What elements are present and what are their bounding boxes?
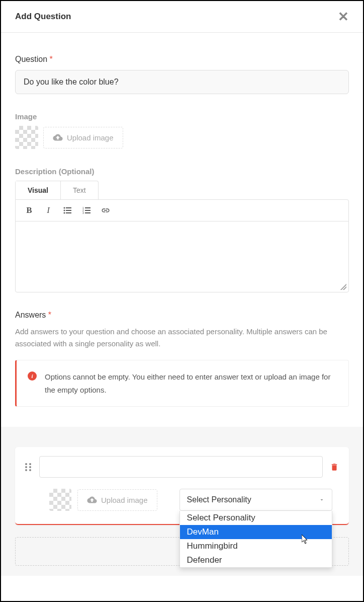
svg-point-4: [64, 212, 65, 214]
dropdown-option-hummingbird[interactable]: Hummingbird: [180, 539, 332, 553]
image-thumbnail[interactable]: [15, 126, 38, 149]
svg-rect-7: [85, 207, 90, 208]
question-label: Question *: [15, 55, 349, 64]
delete-answer-button[interactable]: [330, 462, 339, 472]
answers-label-text: Answers: [15, 311, 46, 319]
modal-header: Add Question ✕: [1, 1, 363, 33]
personality-select-wrap: Select Personality Select Personality De…: [179, 489, 332, 511]
editor-textarea[interactable]: [16, 221, 348, 292]
answer-image-thumbnail[interactable]: [49, 489, 71, 511]
error-alert: i Options cannot be empty. You either ne…: [15, 360, 349, 407]
upload-image-label: Upload image: [67, 133, 114, 142]
answer-top-row: [25, 456, 339, 478]
upload-image-button[interactable]: Upload image: [43, 127, 123, 148]
svg-rect-9: [85, 210, 90, 211]
cloud-upload-icon: [87, 496, 97, 504]
required-indicator: *: [50, 55, 53, 63]
error-text: Options cannot be empty. You either need…: [45, 370, 337, 396]
svg-rect-11: [85, 212, 90, 213]
chevron-down-icon: [319, 497, 325, 503]
answer-bottom-row: Upload image Select Personality Select P…: [25, 489, 339, 511]
bold-button[interactable]: B: [25, 206, 34, 215]
answers-help-text: Add answers to your question and choose …: [15, 326, 349, 350]
tab-text[interactable]: Text: [61, 181, 98, 199]
svg-rect-1: [66, 207, 71, 208]
editor-toolbar: B I 123: [16, 200, 348, 221]
bullet-list-button[interactable]: [63, 206, 72, 215]
link-icon: [101, 206, 110, 215]
svg-text:3: 3: [82, 211, 84, 214]
editor-tabs: Visual Text: [15, 181, 99, 199]
cloud-upload-icon: [53, 133, 63, 141]
personality-select[interactable]: Select Personality: [179, 489, 332, 511]
svg-point-0: [64, 207, 65, 209]
drag-handle[interactable]: [25, 462, 32, 472]
answer-card: Upload image Select Personality Select P…: [15, 447, 349, 525]
answer-upload-label: Upload image: [101, 496, 148, 504]
question-label-text: Question: [15, 55, 47, 63]
answers-label: Answers *: [15, 311, 349, 320]
svg-rect-5: [66, 212, 71, 213]
required-indicator: *: [48, 311, 51, 319]
info-icon: i: [28, 371, 37, 381]
bullet-list-icon: [63, 206, 71, 214]
resize-handle[interactable]: [340, 284, 346, 290]
answer-upload-image-button[interactable]: Upload image: [77, 489, 157, 511]
dropdown-option-defender[interactable]: Defender: [180, 553, 332, 567]
answers-section: Answers * Add answers to your question a…: [15, 311, 349, 407]
description-section: Description (Optional) Visual Text B I 1…: [15, 167, 349, 292]
image-section: Image Upload image: [15, 112, 349, 149]
personality-select-value: Select Personality: [187, 495, 251, 504]
dropdown-option-placeholder[interactable]: Select Personality: [180, 511, 332, 525]
answers-list: Upload image Select Personality Select P…: [1, 427, 363, 576]
question-section: Question *: [15, 55, 349, 94]
personality-dropdown: Select Personality DevMan Hummingbird De…: [179, 511, 332, 568]
link-button[interactable]: [101, 206, 110, 215]
numbered-list-button[interactable]: 123: [82, 206, 91, 215]
tab-visual[interactable]: Visual: [16, 181, 61, 199]
modal-title: Add Question: [15, 12, 71, 22]
dropdown-option-devman[interactable]: DevMan: [180, 525, 332, 539]
italic-button[interactable]: I: [44, 206, 53, 215]
question-input[interactable]: [15, 70, 349, 94]
image-label: Image: [15, 112, 349, 121]
answer-text-input[interactable]: [39, 456, 323, 478]
modal-body: Question * Image Upload image Descriptio…: [1, 33, 363, 576]
close-button[interactable]: ✕: [338, 10, 349, 23]
description-label: Description (Optional): [15, 167, 349, 176]
editor: B I 123: [15, 199, 349, 292]
image-upload-row: Upload image: [15, 126, 349, 149]
svg-rect-3: [66, 210, 71, 211]
numbered-list-icon: 123: [82, 206, 90, 214]
svg-point-2: [64, 210, 65, 211]
